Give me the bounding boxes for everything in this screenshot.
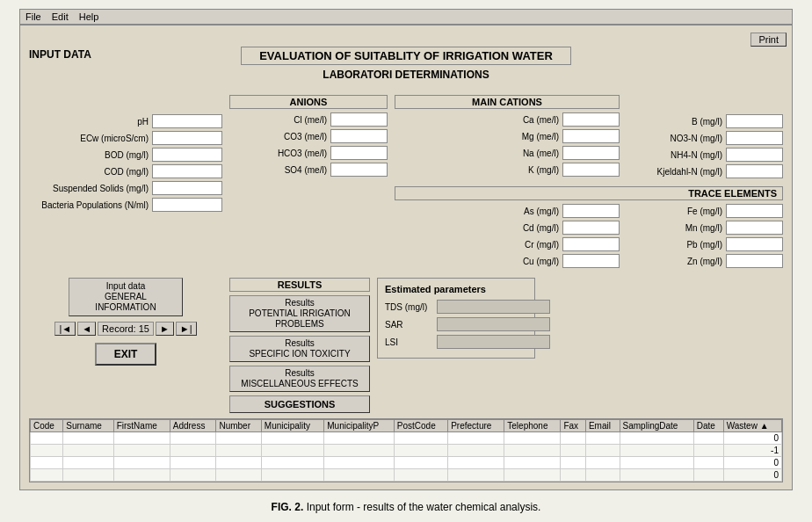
mn-input[interactable] [726, 221, 783, 235]
fe-label: Fe (mg/l) [687, 207, 722, 216]
cd-label: Cd (mg/l) [523, 223, 559, 233]
general-info-line1: Input data [106, 281, 145, 291]
col-address: Address [170, 420, 216, 432]
col-telephone: Telephone [504, 420, 561, 432]
no3-row: NO3-N (mg/l) [625, 131, 783, 145]
results-ion-button[interactable]: Results SPECIFIC ION TOXICITY [229, 336, 370, 362]
nav-first-button[interactable]: |◄ [54, 322, 76, 336]
col-prefecture: Prefecture [448, 420, 504, 432]
menu-help[interactable]: Help [79, 11, 99, 22]
ca-input[interactable] [562, 112, 620, 127]
trace-header: TRACE ELEMENTS [395, 186, 783, 200]
so4-input[interactable] [330, 163, 388, 177]
cu-input[interactable] [562, 254, 620, 268]
mg-input[interactable] [562, 129, 620, 143]
ph-input[interactable] [152, 114, 222, 128]
lsi-label: LSI [385, 337, 433, 347]
general-info-line2: GENERAL INFORMATION [95, 292, 156, 312]
results-irrigation-button[interactable]: Results POTENTIAL IRRIGATION PROBLEMS [229, 295, 370, 332]
tds-row: TDS (mg/l) [385, 300, 527, 314]
tds-input[interactable] [437, 300, 550, 314]
ss-input[interactable] [152, 181, 222, 195]
na-row: Na (me/l) [395, 146, 620, 160]
cu-label: Cu (mg/l) [523, 257, 559, 266]
hco3-input[interactable] [330, 146, 388, 160]
anions-column: ANIONS Cl (me/l) CO3 (me/l) HCO3 (me/l) … [229, 95, 388, 271]
general-info-button[interactable]: Input data GENERAL INFORMATION [69, 278, 183, 316]
col-email: Email [585, 420, 620, 432]
results-column: RESULTS Results POTENTIAL IRRIGATION PRO… [229, 278, 370, 413]
col-firstname: FirstName [113, 420, 170, 432]
bp-input[interactable] [152, 198, 222, 212]
co3-input[interactable] [330, 129, 388, 143]
print-button[interactable]: Print [750, 33, 787, 47]
lsi-row: LSI [385, 335, 527, 349]
k-label: K (mg/l) [528, 165, 559, 175]
results-misc-button[interactable]: Results MISCELLANEOUS EFFECTS [229, 366, 370, 392]
data-table: Code Surname FirstName Address Number Mu… [30, 419, 782, 482]
trace-right: Fe (mg/l) Mn (mg/l) Pb (mg/l) [625, 204, 783, 271]
mg-row: Mg (me/l) [395, 129, 620, 143]
sar-label: SAR [385, 320, 433, 330]
sar-input[interactable] [437, 317, 550, 331]
menu-bar: File Edit Help [20, 10, 792, 25]
zn-input[interactable] [726, 254, 783, 268]
col-fax: Fax [561, 420, 586, 432]
results-header: RESULTS [229, 278, 370, 292]
table-header-row: Code Surname FirstName Address Number Mu… [31, 420, 782, 432]
cod-input[interactable] [152, 164, 222, 178]
bp-row: Bacteria Populations (N/ml) [29, 198, 222, 212]
bod-input[interactable] [152, 148, 222, 162]
so4-row: SO4 (me/l) [229, 163, 388, 177]
fe-row: Fe (mg/l) [625, 204, 783, 218]
na-input[interactable] [562, 146, 620, 160]
k-input[interactable] [562, 163, 620, 177]
ecw-row: ECw (microS/cm) [29, 131, 222, 145]
tds-label: TDS (mg/l) [385, 302, 433, 312]
sub-title: LABORATORI DETERMINATIONS [20, 69, 792, 81]
as-row: As (mg/l) [395, 204, 620, 218]
cu-row: Cu (mg/l) [395, 254, 620, 268]
cations-header: MAIN CATIONS [395, 95, 620, 109]
estimated-params-box: Estimated parameters TDS (mg/l) SAR LSI [377, 278, 535, 359]
suggestions-button[interactable]: SUGGESTIONS [229, 395, 370, 413]
menu-edit[interactable]: Edit [52, 11, 69, 22]
bod-row: BOD (mg/l) [29, 148, 222, 162]
nh4-input[interactable] [726, 148, 783, 162]
trace-elements-section: TRACE ELEMENTS As (mg/l) Cd (mg/l) [395, 186, 783, 271]
cl-row: Cl (me/l) [229, 112, 388, 127]
exit-button[interactable]: EXIT [95, 343, 157, 366]
zn-row: Zn (mg/l) [625, 254, 783, 268]
ph-row: pH [29, 114, 222, 128]
cd-input[interactable] [562, 221, 620, 235]
nav-last-button[interactable]: ►| [176, 322, 197, 336]
fe-input[interactable] [726, 204, 783, 218]
hco3-row: HCO3 (me/l) [229, 146, 388, 160]
nav-next-button[interactable]: ► [156, 322, 174, 336]
kjeldahl-input[interactable] [726, 164, 783, 178]
nav-prev-button[interactable]: ◄ [77, 322, 96, 336]
menu-file[interactable]: File [25, 11, 41, 22]
no3-input[interactable] [726, 131, 783, 145]
col-wastew: Wastew ▲ [723, 420, 781, 432]
na-label: Na (me/l) [523, 149, 559, 158]
cr-input[interactable] [562, 237, 620, 251]
table-scroll-area[interactable]: Code Surname FirstName Address Number Mu… [30, 419, 782, 482]
table-row: 0 [31, 457, 782, 469]
b-input[interactable] [726, 114, 783, 128]
input-data-label: INPUT DATA [29, 48, 91, 61]
trace-left: As (mg/l) Cd (mg/l) Cr (mg/l) [395, 204, 620, 271]
mn-label: Mn (mg/l) [685, 223, 722, 233]
cl-input[interactable] [330, 112, 388, 127]
form-area: pH ECw (microS/cm) BOD (mg/l) COD (mg/l)… [20, 86, 792, 489]
pb-label: Pb (mg/l) [686, 240, 722, 250]
pb-input[interactable] [726, 237, 783, 251]
table-row: -1 [31, 445, 782, 457]
results-btn2-line2: SPECIFIC ION TOXICITY [249, 349, 350, 359]
ecw-input[interactable] [152, 131, 222, 145]
lsi-input[interactable] [437, 335, 550, 349]
as-input[interactable] [562, 204, 620, 218]
results-btn1-line1: Results [285, 298, 314, 308]
bottom-left: Input data GENERAL INFORMATION |◄ ◄ Reco… [29, 278, 222, 366]
bod-label: BOD (mg/l) [105, 150, 149, 160]
